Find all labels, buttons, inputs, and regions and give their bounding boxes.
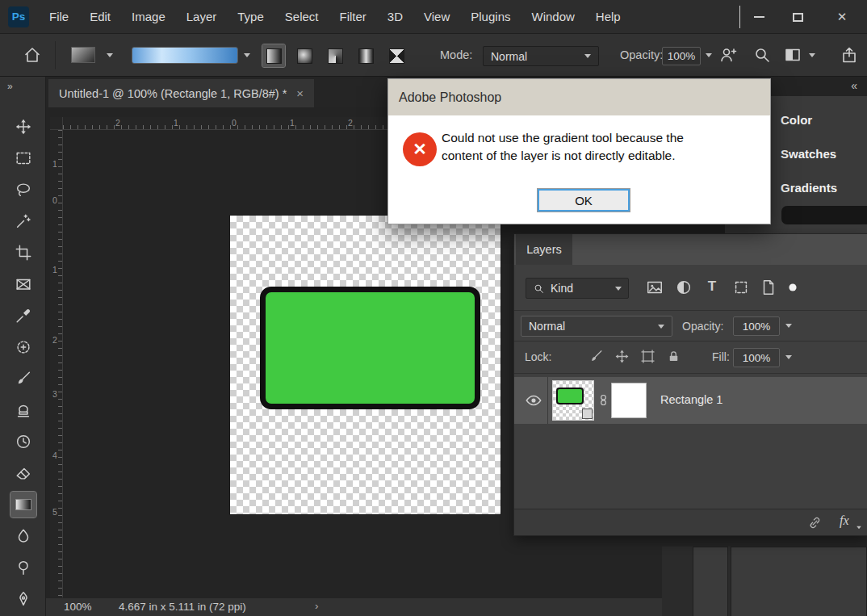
chevron-down-icon[interactable]	[785, 355, 792, 359]
status-chevron-icon[interactable]: ›	[315, 600, 319, 612]
close-button[interactable]: ✕	[817, 0, 867, 34]
layers-tab-strip: Layers	[514, 234, 867, 265]
angle-gradient-button[interactable]	[324, 44, 346, 67]
lock-pixels-icon[interactable]	[588, 349, 604, 364]
search-icon[interactable]	[752, 45, 772, 65]
layers-panel: Layers Kind T Normal Opacity: 100%	[514, 234, 867, 535]
fill-input[interactable]: 100%	[733, 348, 780, 367]
document-tab[interactable]: Untitled-1 @ 100% (Rectangle 1, RGB/8#) …	[48, 79, 314, 107]
tab-color[interactable]: Color	[781, 113, 812, 127]
ruler-label: 0	[232, 118, 237, 128]
brush-tool[interactable]	[10, 366, 36, 392]
menu-select[interactable]: Select	[274, 10, 329, 23]
mask-link-icon[interactable]	[597, 393, 610, 407]
menu-window[interactable]: Window	[521, 10, 584, 23]
filter-kind-select[interactable]: Kind	[526, 278, 629, 299]
blend-mode-select[interactable]: Normal	[521, 316, 672, 337]
opacity-input[interactable]: 100%	[662, 47, 701, 65]
filter-adjustment-icon[interactable]	[675, 279, 693, 296]
menu-plugins[interactable]: Plugins	[460, 10, 521, 23]
gradient-tool[interactable]	[10, 492, 36, 518]
rectangular-marquee-tool[interactable]	[10, 145, 36, 171]
brush-icon	[15, 370, 32, 388]
lasso-tool[interactable]	[10, 177, 36, 203]
mask-thumbnail[interactable]	[611, 383, 647, 418]
chevron-down-icon	[857, 526, 861, 530]
chevron-down-icon[interactable]	[706, 53, 712, 57]
reflected-gradient-button[interactable]	[354, 44, 377, 67]
layer-effects-fx-icon[interactable]: fx	[840, 513, 849, 528]
add-user-icon[interactable]	[718, 45, 738, 65]
tab-gradients[interactable]: Gradients	[781, 181, 837, 195]
dock-collapse-icon[interactable]: «	[851, 79, 857, 92]
crop-tool[interactable]	[10, 240, 36, 266]
menu-file[interactable]: File	[39, 10, 79, 23]
dialog-title[interactable]: Adobe Photoshop	[388, 79, 770, 115]
tab-layers[interactable]: Layers	[516, 234, 572, 265]
minimize-button[interactable]	[739, 0, 778, 34]
chevron-down-icon[interactable]	[244, 53, 250, 57]
move-tool[interactable]	[10, 114, 36, 140]
dodge-tool[interactable]	[10, 555, 36, 580]
layers-opacity-input[interactable]: 100%	[733, 316, 780, 336]
blur-tool[interactable]	[10, 523, 36, 549]
lock-position-icon[interactable]	[614, 349, 630, 364]
visibility-eye-icon[interactable]	[525, 392, 542, 409]
share-icon[interactable]	[840, 45, 859, 65]
tool-options-bar: Mode: Normal Opacity: 100%	[0, 34, 867, 77]
filter-smart-object-icon[interactable]	[760, 279, 777, 296]
layer-name[interactable]: Rectangle 1	[660, 393, 722, 406]
filter-image-icon[interactable]	[646, 279, 664, 296]
layer-row[interactable]: Rectangle 1	[514, 377, 867, 424]
chevron-down-icon[interactable]	[785, 324, 792, 328]
maximize-button[interactable]	[778, 0, 817, 34]
linear-gradient-button[interactable]	[262, 44, 285, 67]
ruler-label: 2	[52, 335, 57, 345]
menu-help[interactable]: Help	[585, 10, 631, 23]
radial-gradient-button[interactable]	[293, 44, 316, 67]
menu-type[interactable]: Type	[227, 10, 274, 23]
zoom-level[interactable]: 100%	[64, 601, 92, 613]
chevron-down-icon[interactable]	[809, 53, 815, 57]
pen-tool[interactable]	[10, 586, 36, 612]
diamond-gradient-button[interactable]	[385, 44, 408, 67]
workspace-icon[interactable]	[783, 45, 802, 65]
filter-shape-icon[interactable]	[732, 279, 750, 296]
tab-close-icon[interactable]: ×	[296, 86, 304, 100]
frame-tool[interactable]	[10, 271, 36, 297]
dodge-icon	[15, 559, 32, 576]
mode-select[interactable]: Normal	[483, 46, 599, 66]
healing-icon	[15, 338, 32, 356]
healing-brush-tool[interactable]	[10, 334, 36, 360]
menu-filter[interactable]: Filter	[329, 10, 377, 23]
tab-swatches[interactable]: Swatches	[781, 147, 836, 161]
home-icon[interactable]	[23, 45, 42, 65]
eraser-tool[interactable]	[10, 460, 36, 486]
menu-image[interactable]: Image	[121, 10, 176, 23]
layer-thumbnail[interactable]	[552, 380, 594, 421]
tool-preset-swatch[interactable]	[71, 47, 95, 63]
link-layers-icon[interactable]	[807, 515, 823, 530]
lock-transparency-icon[interactable]	[563, 351, 578, 367]
document-canvas[interactable]	[230, 216, 501, 514]
menu-3d[interactable]: 3D	[377, 10, 413, 23]
droplet-icon	[15, 527, 32, 545]
gradient-preview-bar[interactable]	[132, 47, 238, 64]
clone-stamp-tool[interactable]	[10, 397, 36, 423]
chevron-down-icon[interactable]	[107, 53, 113, 57]
menu-edit[interactable]: Edit	[79, 10, 121, 23]
ruler-label: 1	[174, 118, 178, 128]
maximize-icon	[793, 13, 803, 22]
menu-view[interactable]: View	[413, 10, 460, 23]
history-brush-tool[interactable]	[10, 429, 36, 455]
menu-layer[interactable]: Layer	[176, 10, 228, 23]
eyedropper-tool[interactable]	[10, 303, 36, 329]
filter-color-dot-icon[interactable]	[784, 279, 802, 296]
ok-button[interactable]: OK	[538, 189, 630, 212]
tools-collapse-icon[interactable]: »	[7, 81, 12, 92]
filter-type-icon[interactable]: T	[703, 279, 721, 296]
quick-selection-tool[interactable]	[10, 208, 36, 234]
lock-all-icon[interactable]	[666, 349, 681, 364]
lock-artboard-icon[interactable]	[640, 349, 655, 364]
rectangle-shape[interactable]	[260, 287, 480, 409]
